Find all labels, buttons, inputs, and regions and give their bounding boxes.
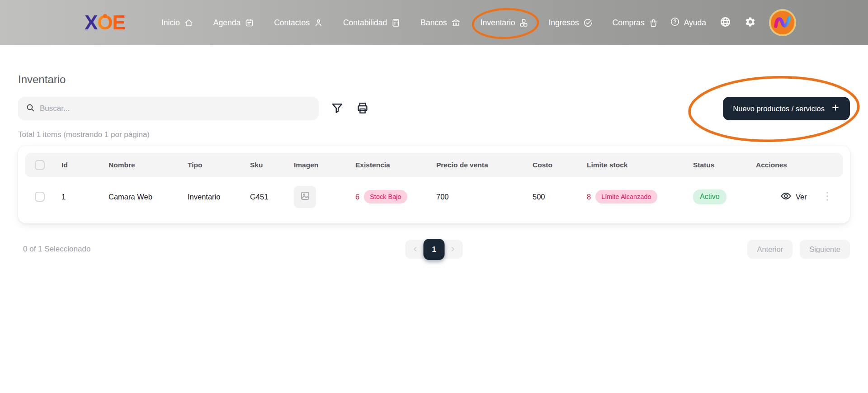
table-row: 1 Camara Web Inventario G451 6 Stock Baj… <box>25 177 843 216</box>
nav-right-cluster: Ayuda <box>670 9 796 36</box>
toolbar: Nuevo productos / servicios <box>18 97 850 120</box>
nav-item-label: Agenda <box>213 18 241 28</box>
logo-letter-x: X <box>85 11 97 33</box>
plus-icon <box>831 103 840 114</box>
nav-item-contabilidad[interactable]: Contabilidad <box>343 18 401 28</box>
inventory-table-card: Id Nombre Tipo Sku Imagen Existencia Pre… <box>18 146 850 223</box>
pagination: 1 <box>406 240 463 259</box>
new-product-button[interactable]: Nuevo productos / servicios <box>723 97 850 120</box>
row-tipo: Inventario <box>180 193 243 201</box>
new-product-button-label: Nuevo productos / servicios <box>733 104 825 113</box>
status-badge: Activo <box>693 189 726 204</box>
row-precio-venta: 700 <box>429 193 525 201</box>
app-logo[interactable]: XOE <box>85 11 125 34</box>
nav-item-label: Bancos <box>420 18 447 28</box>
filter-button[interactable] <box>330 101 344 116</box>
row-checkbox[interactable] <box>35 192 45 202</box>
row-nombre: Camara Web <box>101 193 180 201</box>
column-header-costo[interactable]: Costo <box>525 161 580 169</box>
nav-item-bancos[interactable]: Bancos <box>420 18 460 28</box>
table-footer: 0 of 1 Seleccionado 1 Anterior Siguiente <box>18 240 850 259</box>
settings-button[interactable] <box>745 16 756 29</box>
next-button[interactable]: Siguiente <box>800 240 850 259</box>
help-label: Ayuda <box>684 18 706 28</box>
product-image-placeholder[interactable] <box>294 186 316 208</box>
nav-item-label: Contabilidad <box>343 18 387 28</box>
nav-item-label: Compras <box>613 18 645 28</box>
row-menu-button[interactable] <box>823 190 831 204</box>
calculator-icon <box>391 18 401 28</box>
nav-item-inicio[interactable]: Inicio <box>161 18 193 28</box>
main-content: Inventario Nuevo productos / servicios T… <box>0 73 868 259</box>
column-header-tipo[interactable]: Tipo <box>180 161 243 169</box>
column-header-limite[interactable]: Limite stock <box>580 161 686 169</box>
nav-item-contactos[interactable]: Contactos <box>274 18 323 28</box>
column-header-existencia[interactable]: Existencia <box>348 161 429 169</box>
check-circle-icon <box>583 18 593 28</box>
nav-item-label: Inventario <box>481 18 515 28</box>
nav-item-inventario[interactable]: Inventario <box>481 18 529 28</box>
kebab-icon <box>823 190 831 204</box>
column-header-sku[interactable]: Sku <box>243 161 287 169</box>
logo-dot <box>103 14 107 18</box>
nav-item-ayuda[interactable]: Ayuda <box>670 17 706 29</box>
existencia-value: 6 <box>355 193 359 201</box>
gear-icon <box>745 16 756 29</box>
table-header-row: Id Nombre Tipo Sku Imagen Existencia Pre… <box>25 153 843 177</box>
nav-item-label: Contactos <box>274 18 310 28</box>
printer-icon <box>356 101 369 116</box>
view-button[interactable]: Ver <box>780 190 807 204</box>
boxes-icon <box>519 18 528 28</box>
stock-bajo-badge: Stock Bajo <box>364 190 407 204</box>
nav-item-agenda[interactable]: Agenda <box>213 18 254 28</box>
selected-count: 0 of 1 Seleccionado <box>23 245 90 254</box>
row-sku: G451 <box>243 193 287 201</box>
top-nav: XOE Inicio Agenda Contactos Contabilidad… <box>0 0 868 45</box>
home-icon <box>184 18 193 28</box>
column-header-imagen[interactable]: Imagen <box>287 161 348 169</box>
row-costo: 500 <box>525 193 580 201</box>
items-summary: Total 1 items (mostrando 1 por página) <box>18 130 850 139</box>
globe-icon <box>720 16 731 29</box>
column-header-nombre[interactable]: Nombre <box>101 161 180 169</box>
select-all-checkbox[interactable] <box>35 160 45 170</box>
chevron-left-icon[interactable] <box>408 246 423 252</box>
language-globe-button[interactable] <box>720 16 731 29</box>
column-header-acciones[interactable]: Acciones <box>749 161 843 169</box>
limite-alcanzado-badge: Límite Alcanzado <box>595 190 657 204</box>
calendar-icon <box>245 18 254 28</box>
page-number-button[interactable]: 1 <box>424 239 445 260</box>
funnel-icon <box>330 101 344 116</box>
nav-item-label: Inicio <box>161 18 180 28</box>
nav-item-compras[interactable]: Compras <box>613 18 658 28</box>
main-menu: Inicio Agenda Contactos Contabilidad Ban… <box>161 18 658 28</box>
view-button-label: Ver <box>796 193 807 201</box>
nav-item-label: Ingresos <box>548 18 579 28</box>
limite-stock-value: 8 <box>587 193 591 201</box>
search-icon <box>25 103 35 114</box>
search-box <box>18 97 319 120</box>
nav-item-ingresos[interactable]: Ingresos <box>548 18 592 28</box>
column-header-precio[interactable]: Precio de venta <box>429 161 525 169</box>
avatar-wave-logo <box>771 10 794 35</box>
person-icon <box>314 18 323 28</box>
user-avatar[interactable] <box>769 9 796 36</box>
column-header-id[interactable]: Id <box>54 161 101 169</box>
previous-button[interactable]: Anterior <box>747 240 793 259</box>
eye-icon <box>780 190 792 204</box>
row-id: 1 <box>54 193 101 201</box>
print-button[interactable] <box>356 101 369 116</box>
chevron-right-icon[interactable] <box>446 246 460 252</box>
bank-icon <box>451 18 461 28</box>
image-icon <box>300 190 311 203</box>
search-input[interactable] <box>40 104 311 113</box>
logo-letters-oe: OE <box>97 11 125 33</box>
page-title: Inventario <box>18 73 850 86</box>
column-header-status[interactable]: Status <box>686 161 749 169</box>
shopping-bag-icon <box>649 18 658 28</box>
question-circle-icon <box>670 17 680 29</box>
